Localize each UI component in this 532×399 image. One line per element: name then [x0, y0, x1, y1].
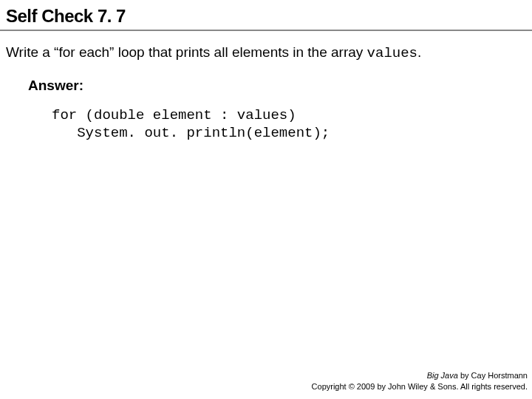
- footer-line-1: Big Java by Cay Horstmann: [312, 370, 528, 381]
- footer-copyright: Copyright © 2009 by John Wiley & Sons. A…: [312, 381, 528, 392]
- question-prefix: Write a “for each” loop that prints all …: [6, 44, 367, 60]
- question-suffix: .: [417, 44, 421, 60]
- footer-book-title: Big Java: [427, 371, 458, 380]
- answer-code: for (double element : values) System. ou…: [0, 94, 532, 143]
- slide-title: Self Check 7. 7: [0, 0, 532, 31]
- question-text: Write a “for each” loop that prints all …: [0, 31, 532, 61]
- code-line-2: System. out. println(element);: [52, 125, 330, 141]
- footer: Big Java by Cay Horstmann Copyright © 20…: [312, 370, 528, 392]
- slide: Self Check 7. 7 Write a “for each” loop …: [0, 0, 532, 399]
- footer-byline: by Cay Horstmann: [458, 371, 528, 380]
- answer-label: Answer:: [0, 61, 532, 94]
- code-line-1: for (double element : values): [52, 107, 296, 123]
- question-code: values: [367, 45, 417, 61]
